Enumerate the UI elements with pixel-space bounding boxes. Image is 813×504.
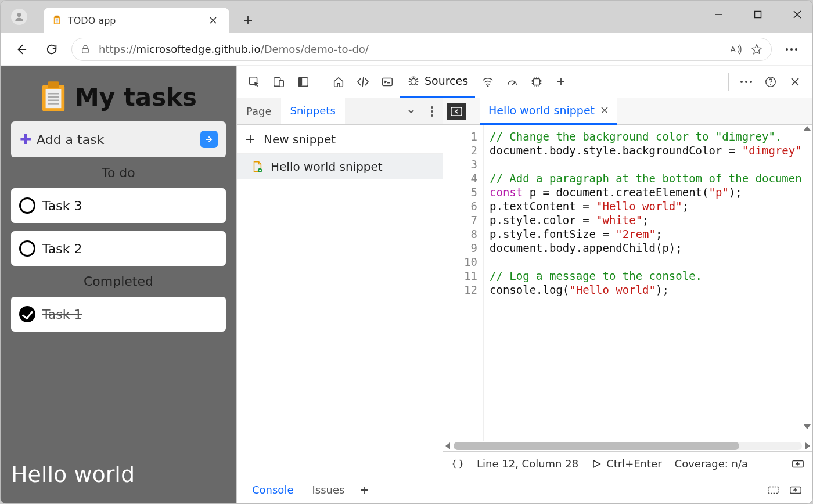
star-icon[interactable] [750, 43, 763, 56]
close-icon [600, 106, 609, 114]
svg-rect-15 [46, 89, 62, 109]
add-task-submit-button[interactable] [200, 131, 218, 148]
window-minimize-button[interactable] [707, 5, 730, 24]
titlebar: TODO app [1, 1, 812, 33]
read-aloud-icon[interactable]: A [729, 43, 742, 56]
profile-avatar[interactable] [11, 9, 27, 25]
svg-point-35 [431, 110, 433, 113]
add-task-input[interactable]: ✚ Add a task [11, 121, 226, 157]
svg-point-26 [411, 78, 416, 85]
sidebar-icon [297, 75, 310, 88]
bug-icon [407, 74, 420, 87]
code-content[interactable]: // Change the background color to "dimgr… [484, 125, 812, 441]
tab-sources[interactable]: Sources [400, 66, 475, 98]
wifi-icon [481, 75, 494, 88]
devtools-help-button[interactable] [759, 70, 782, 93]
new-tab-button[interactable] [236, 9, 260, 32]
tab-memory[interactable] [525, 70, 548, 93]
help-icon [764, 75, 777, 88]
task-item[interactable]: Task 3 [11, 188, 226, 223]
arrow-left-icon [15, 43, 28, 56]
svg-rect-40 [768, 487, 779, 493]
new-snippet-button[interactable]: New snippet [237, 125, 443, 154]
url-text: https://microsoftedge.github.io/Demos/de… [99, 43, 369, 55]
task-item[interactable]: Task 1 [11, 297, 226, 332]
snippet-item-label: Hello world snippet [271, 160, 383, 174]
browser-menu-button[interactable] [781, 39, 802, 60]
drawer-tab-console[interactable]: Console [244, 479, 301, 501]
navigator-tab-snippets[interactable]: Snippets [281, 98, 345, 124]
tab-console[interactable] [376, 70, 399, 93]
editor-tab[interactable]: Hello world snippet [480, 98, 617, 125]
url-box[interactable]: https://microsoftedge.github.io/Demos/de… [71, 38, 772, 61]
tab-network[interactable] [476, 70, 499, 93]
task-name: Task 2 [42, 242, 82, 256]
svg-point-0 [17, 13, 21, 17]
back-button[interactable] [11, 39, 32, 60]
arrow-right-icon [204, 135, 214, 144]
tab-close-button[interactable] [205, 12, 221, 28]
window-maximize-button[interactable] [746, 5, 769, 24]
page-viewport: My tasks ✚ Add a task To do Task 3 Task … [1, 66, 236, 503]
refresh-button[interactable] [41, 39, 62, 60]
cursor-position: Line 12, Column 28 [477, 458, 578, 470]
scroll-right-icon [805, 442, 810, 449]
tab-title: TODO app [68, 15, 199, 26]
snippet-item[interactable]: Hello world snippet [237, 154, 443, 179]
clipboard-icon [52, 15, 62, 26]
run-snippet-button[interactable]: Ctrl+Enter [591, 458, 661, 470]
plus-icon [243, 15, 253, 26]
code-editor[interactable]: 123456789101112 // Change the background… [443, 125, 812, 441]
tab-performance[interactable] [501, 70, 524, 93]
editor-tab-close[interactable] [600, 104, 609, 117]
svg-rect-22 [279, 80, 283, 87]
source-map-icon[interactable] [792, 459, 804, 469]
plus-icon [556, 77, 566, 87]
pretty-print-icon[interactable] [451, 458, 464, 470]
panel-left-icon [451, 107, 462, 116]
inspect-element-button[interactable] [243, 70, 266, 93]
lock-icon [80, 44, 91, 55]
task-checkbox[interactable] [19, 240, 35, 257]
navigator-menu[interactable] [422, 101, 443, 122]
more-tabs-button[interactable] [549, 70, 573, 93]
expand-icon [789, 485, 802, 495]
svg-rect-28 [534, 78, 540, 85]
navigator-more-tabs[interactable] [401, 101, 422, 122]
window-close-button[interactable] [786, 5, 809, 24]
task-item[interactable]: Task 2 [11, 231, 226, 266]
device-emulation-button[interactable] [267, 70, 290, 93]
inspect-icon [248, 75, 261, 88]
browser-tab[interactable]: TODO app [44, 8, 229, 33]
drawer-computed-button[interactable] [764, 480, 783, 500]
injected-paragraph: Hello world [11, 462, 226, 487]
editor-vertical-scrollbar[interactable] [803, 126, 811, 429]
activity-bar-button[interactable] [292, 70, 315, 93]
tab-elements[interactable] [351, 70, 375, 93]
devtools-close-button[interactable] [783, 70, 807, 93]
minimize-icon [714, 10, 722, 19]
drawer-add-tab[interactable] [355, 480, 375, 500]
task-name: Task 3 [42, 199, 82, 213]
devtools-panel: Sources Page Snippets [236, 66, 812, 503]
editor-horizontal-scrollbar[interactable] [443, 441, 812, 451]
drawer-expand-button[interactable] [786, 480, 805, 500]
task-checkbox[interactable] [19, 306, 35, 322]
svg-rect-24 [298, 77, 302, 86]
play-icon [591, 459, 602, 469]
toggle-navigator-button[interactable] [447, 103, 466, 120]
tab-welcome[interactable] [327, 70, 350, 93]
svg-point-27 [487, 85, 489, 87]
kebab-icon [430, 106, 434, 117]
task-checkbox[interactable] [19, 197, 35, 214]
maximize-icon [754, 10, 762, 19]
chip-icon [530, 75, 543, 88]
drawer-tab-issues[interactable]: Issues [304, 479, 352, 501]
panel-icon [767, 485, 780, 495]
ellipsis-icon [785, 48, 798, 51]
clipboard-icon [40, 81, 67, 113]
navigator-tab-page[interactable]: Page [237, 98, 281, 124]
devtools-menu-button[interactable] [735, 70, 758, 93]
svg-point-10 [786, 48, 788, 51]
devtools-toolbar: Sources [237, 66, 812, 98]
